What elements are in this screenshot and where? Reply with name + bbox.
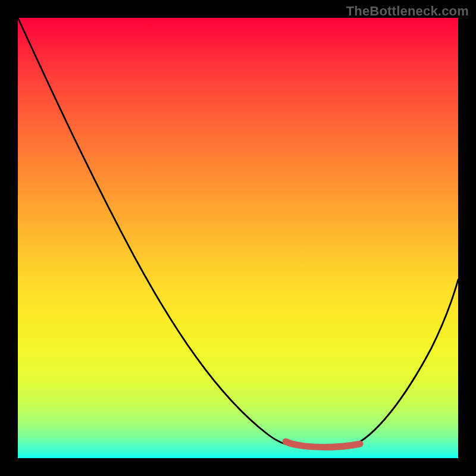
- bottleneck-curve: [18, 18, 458, 458]
- chart-container: TheBottleneck.com: [0, 0, 476, 476]
- curve-right-branch: [351, 280, 458, 446]
- optimal-range-highlight: [286, 441, 360, 447]
- plot-area: [18, 18, 458, 458]
- watermark-text: TheBottleneck.com: [346, 4, 469, 19]
- curve-left-branch: [18, 18, 295, 446]
